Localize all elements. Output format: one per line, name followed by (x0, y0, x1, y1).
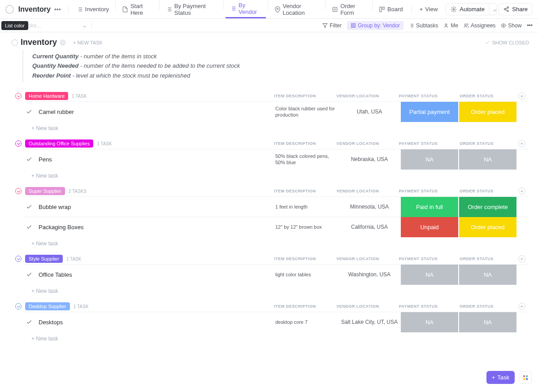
task-row[interactable]: Office Tables light color tables Washing… (22, 264, 529, 284)
new-task-button[interactable]: + New task (12, 284, 529, 294)
payment-status[interactable]: NA (401, 312, 458, 332)
separator (223, 0, 224, 9)
check-icon[interactable] (26, 271, 33, 278)
column-header: ITEM DESCRIPTION (264, 257, 326, 261)
check-icon[interactable] (26, 109, 33, 115)
order-status[interactable]: Order placed (459, 102, 516, 122)
payment-status[interactable]: Paid in full (401, 197, 458, 217)
filter-button[interactable]: Filter (322, 22, 342, 29)
new-task-fab[interactable]: + Task (486, 371, 515, 384)
task-row[interactable]: Packaging Boxes 12" by 12" brown box Cal… (22, 217, 529, 237)
svg-point-18 (277, 8, 278, 10)
new-task-button[interactable]: + New task (12, 332, 529, 342)
assignees-button[interactable]: Assignees (464, 22, 495, 29)
add-column-button[interactable]: + (518, 140, 525, 147)
chevron-down-icon[interactable]: ⌵ (490, 4, 497, 15)
list-color-icon[interactable] (5, 5, 14, 14)
task-row[interactable]: Bubble wrap 1 feet in length Minnesota, … (22, 196, 529, 217)
show-button[interactable]: Show (501, 22, 521, 29)
users-icon (464, 23, 469, 28)
order-status[interactable]: NA (459, 149, 516, 170)
new-task-button[interactable]: + NEW TASK (73, 40, 103, 45)
svg-rect-37 (523, 378, 525, 380)
chevron-down-icon[interactable]: ⌵ (83, 22, 86, 29)
svg-rect-19 (333, 7, 337, 11)
task-row[interactable]: Camel rubber Color black rubber used for… (22, 101, 529, 122)
add-column-button[interactable]: + (518, 92, 525, 100)
new-task-button[interactable]: + New task (12, 237, 529, 247)
vendor-badge[interactable]: Desktop Supplier (25, 302, 70, 310)
more-icon[interactable]: ••• (527, 22, 533, 29)
payment-status[interactable]: Partial payment (401, 102, 458, 122)
column-header: VENDOR LOCATION (326, 304, 389, 309)
payment-status[interactable]: Unpaid (401, 217, 458, 237)
collapse-group-icon[interactable] (15, 303, 22, 309)
new-task-button[interactable]: + New task (12, 122, 529, 131)
new-task-button[interactable]: + New task (12, 169, 529, 179)
separator (159, 0, 160, 9)
check-icon[interactable] (26, 224, 33, 230)
tab-by-payment-status[interactable]: By Payment Status (161, 0, 221, 18)
svg-point-34 (503, 25, 504, 26)
check-icon[interactable] (26, 156, 33, 162)
task-row[interactable]: Pens 50% black colored pens, 50% blue Ne… (22, 149, 529, 169)
form-icon (332, 6, 338, 13)
tab-order-form[interactable]: Order Form (327, 0, 370, 18)
tab-start-here[interactable]: Start Here (117, 0, 157, 18)
order-status[interactable]: NA (459, 312, 516, 332)
description-line: Current Quantity - number of the items i… (32, 52, 529, 61)
collapse-icon[interactable] (12, 39, 18, 46)
svg-rect-28 (351, 23, 353, 25)
vendor-badge[interactable]: Super Supplier (25, 187, 65, 195)
vendor-group: Desktop Supplier 1 TASK ITEM DESCRIPTION… (12, 302, 529, 342)
order-status[interactable]: Order complete (459, 197, 516, 217)
apps-button[interactable] (519, 371, 532, 384)
order-status[interactable]: Order placed (459, 217, 516, 237)
column-header: ITEM DESCRIPTION (264, 304, 326, 309)
add-view-button[interactable]: + View (415, 0, 443, 18)
subtasks-button[interactable]: Subtasks (409, 22, 438, 29)
list-icon (77, 6, 83, 13)
tab-by-vendor[interactable]: By Vendor (226, 0, 266, 18)
group-by-button[interactable]: Group by: Vendor (347, 21, 404, 30)
vendor-location: Minnesota, USA (338, 204, 401, 210)
vendor-badge[interactable]: Style Supplier (25, 255, 63, 263)
show-closed-button[interactable]: SHOW CLOSED (485, 40, 529, 45)
collapse-group-icon[interactable] (15, 188, 22, 194)
task-row[interactable]: Desktops desktop core 7 Salt Lake City, … (22, 312, 529, 332)
share-button[interactable]: Share (499, 3, 533, 15)
task-name: Bubble wrap (39, 204, 275, 210)
gear-icon (451, 6, 457, 13)
collapse-group-icon[interactable] (15, 93, 22, 99)
column-header: VENDOR LOCATION (326, 257, 389, 261)
payment-status[interactable]: NA (401, 149, 458, 170)
check-icon[interactable] (26, 319, 33, 325)
tab-board[interactable]: Board (374, 0, 408, 18)
item-description: light color tables (275, 271, 338, 278)
vendor-location: Salt Lake City, UT, USA (338, 319, 401, 325)
more-options-icon[interactable]: ••• (54, 6, 61, 13)
order-status[interactable]: NA (459, 265, 516, 285)
task-count: 2 TASKS (69, 189, 87, 194)
svg-rect-38 (526, 378, 528, 380)
list-icon (230, 5, 236, 12)
info-icon[interactable]: i (60, 39, 66, 46)
add-column-button[interactable]: + (518, 255, 525, 262)
tab-inventory[interactable]: Inventory (72, 0, 113, 18)
collapse-group-icon[interactable] (15, 256, 22, 262)
collapse-group-icon[interactable] (15, 140, 22, 147)
separator (325, 0, 325, 9)
tab-vendor-location[interactable]: Vendor Location (270, 0, 324, 18)
automate-button[interactable]: Automate ⌵ (446, 3, 497, 15)
payment-status[interactable]: NA (401, 265, 458, 285)
add-column-button[interactable]: + (518, 303, 525, 310)
task-count: 1 TASK (97, 141, 112, 146)
item-description: 50% black colored pens, 50% blue (275, 153, 338, 166)
vendor-badge[interactable]: Home Hardware (25, 92, 68, 100)
column-header: ITEM DESCRIPTION (264, 94, 326, 98)
column-header: ORDER STATUS (447, 141, 506, 146)
vendor-badge[interactable]: Outstanding Office Supplies (25, 139, 93, 148)
add-column-button[interactable]: + (518, 187, 525, 195)
check-icon[interactable] (26, 204, 33, 210)
me-button[interactable]: Me (443, 22, 458, 29)
